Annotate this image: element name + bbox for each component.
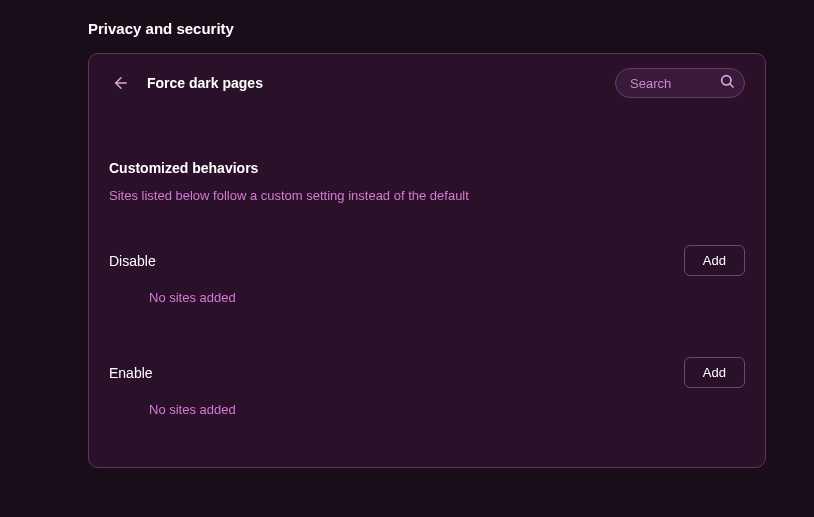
enable-row: Enable Add — [109, 357, 745, 388]
section-description: Sites listed below follow a custom setti… — [109, 188, 745, 203]
add-disable-button[interactable]: Add — [684, 245, 745, 276]
disable-row: Disable Add — [109, 245, 745, 276]
disable-empty-message: No sites added — [109, 290, 745, 305]
settings-card: Force dark pages Customized behaviors Si… — [88, 53, 766, 468]
search-input[interactable] — [615, 68, 745, 98]
card-title: Force dark pages — [147, 75, 601, 91]
card-body: Customized behaviors Sites listed below … — [89, 110, 765, 467]
arrow-left-icon — [112, 74, 130, 92]
enable-label: Enable — [109, 365, 153, 381]
page-title: Privacy and security — [0, 0, 814, 53]
add-enable-button[interactable]: Add — [684, 357, 745, 388]
section-title: Customized behaviors — [109, 160, 745, 176]
card-header: Force dark pages — [89, 54, 765, 110]
disable-label: Disable — [109, 253, 156, 269]
enable-empty-message: No sites added — [109, 402, 745, 417]
back-button[interactable] — [109, 71, 133, 95]
search-wrap — [615, 68, 745, 98]
